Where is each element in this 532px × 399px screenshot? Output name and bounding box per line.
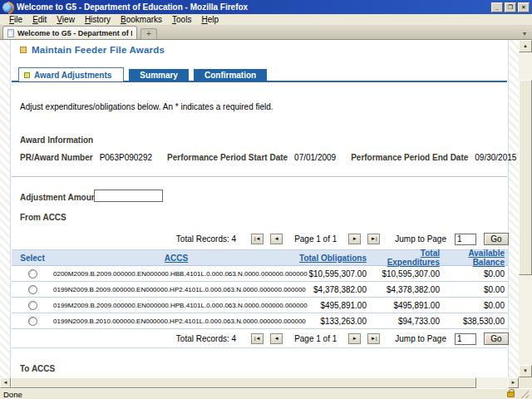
scrollbar-corner <box>519 377 532 388</box>
first-page-button[interactable]: |◄ <box>251 234 264 244</box>
total-expenditures-value: $495,891.00 <box>368 301 441 310</box>
pagination-bottom: Total Records: 4 |◄ ◄ Page 1 of 1 ► ►| J… <box>176 332 509 345</box>
jump-to-page-input[interactable] <box>455 234 476 245</box>
available-balance-value: $0.00 <box>441 269 506 278</box>
tab-confirmation-label: Confirmation <box>204 71 256 80</box>
from-accs-label: From ACCS <box>20 213 66 222</box>
scroll-down-icon[interactable]: ▼ <box>519 365 532 377</box>
tab-confirmation[interactable]: Confirmation <box>194 69 267 81</box>
jump-to-page-label: Jump to Page <box>395 234 446 244</box>
menu-view[interactable]: View <box>52 14 80 25</box>
adjustment-amount-label: Adjustment Amount <box>20 193 99 202</box>
menu-edit[interactable]: Edit <box>27 14 52 25</box>
total-records-text: Total Records: 4 <box>176 334 236 343</box>
browser-tabstrip: Welcome to G5 - Department of Edu... + ▾ <box>0 26 532 40</box>
column-header-total-expenditures[interactable]: Total Expenditures <box>387 249 440 267</box>
section-divider <box>12 176 507 177</box>
browser-tab-title: Welcome to G5 - Department of Edu... <box>17 29 132 37</box>
last-page-button[interactable]: ►| <box>367 234 380 244</box>
total-expenditures-value: $10,595,307.00 <box>368 269 441 278</box>
scroll-right-icon[interactable]: ► <box>508 377 519 388</box>
tab-summary-label: Summary <box>140 71 178 80</box>
vertical-scrollbar[interactable]: ▲ ▼ <box>519 40 532 377</box>
left-margin-stripe <box>0 40 11 377</box>
go-button[interactable]: Go <box>484 332 509 345</box>
pr-award-number-label: PR/Award Number <box>20 153 93 162</box>
statusbar: Done <box>0 388 532 399</box>
from-accs-table: Select ACCS Total Obligations Total Expe… <box>12 249 508 329</box>
page-title: Maintain Feeder File Awards <box>32 45 165 55</box>
resize-grip[interactable] <box>521 391 529 398</box>
page-indicator: Page 1 of 1 <box>294 234 337 244</box>
accs-radio[interactable] <box>28 285 37 294</box>
award-information-title: Award Information <box>20 135 93 145</box>
scroll-up-icon[interactable]: ▲ <box>519 40 532 52</box>
total-expenditures-value: $4,378,382.00 <box>368 285 441 294</box>
last-page-button[interactable]: ►| <box>367 333 380 344</box>
security-lock-icon[interactable] <box>507 392 515 397</box>
column-header-accs[interactable]: ACCS <box>165 254 188 263</box>
menu-file[interactable]: File <box>4 14 27 25</box>
firefox-icon <box>2 2 12 12</box>
accs-radio[interactable] <box>28 269 37 278</box>
total-expenditures-value: $94,733.00 <box>368 317 441 326</box>
minimize-button[interactable]: _ <box>491 2 503 12</box>
previous-page-button[interactable]: ◄ <box>270 333 283 344</box>
right-margin-stripe <box>508 40 519 377</box>
new-tab-button[interactable]: + <box>140 28 157 39</box>
available-balance-value: $0.00 <box>441 285 506 294</box>
available-balance-value: $38,530.00 <box>441 317 506 326</box>
accs-radio[interactable] <box>28 317 37 326</box>
go-button[interactable]: Go <box>484 233 509 245</box>
menu-tools[interactable]: Tools <box>167 14 196 25</box>
first-page-button[interactable]: |◄ <box>251 333 264 344</box>
menu-help[interactable]: Help <box>196 14 224 25</box>
browser-tab[interactable]: Welcome to G5 - Department of Edu... <box>2 26 137 39</box>
pr-award-number-value: P063P090292 <box>100 153 152 162</box>
next-page-button[interactable]: ► <box>348 234 361 244</box>
window-controls: _ ❐ ✕ <box>491 2 530 12</box>
vertical-scrollbar-thumb[interactable] <box>519 80 532 275</box>
menu-history[interactable]: History <box>80 14 116 25</box>
end-date-value: 09/30/2015 <box>475 153 516 162</box>
list-tabs-icon[interactable]: ▾ <box>523 30 530 39</box>
table-row: 0199N2009.B.2010.000000.EN000000.HP2.410… <box>12 313 508 329</box>
to-accs-label: To ACCS <box>20 364 55 373</box>
total-obligations-value: $495,891.00 <box>299 301 368 310</box>
accs-radio[interactable] <box>28 301 37 310</box>
start-date-value: 07/01/2009 <box>294 153 336 162</box>
previous-page-button[interactable]: ◄ <box>270 234 283 244</box>
section-square-icon <box>20 47 27 53</box>
window-title: Welcome to G5 - Department of Education … <box>17 2 491 12</box>
instruction-text: Adjust expenditures/obligations below. A… <box>20 102 273 111</box>
jump-to-page-input[interactable] <box>455 333 476 345</box>
total-records-text: Total Records: 4 <box>176 234 236 244</box>
total-obligations-value: $4,378,382.00 <box>299 285 368 294</box>
tab-award-adjustments-label: Award Adjustments <box>34 71 111 80</box>
horizontal-scrollbar-thumb[interactable] <box>11 377 476 388</box>
next-page-button[interactable]: ► <box>348 333 361 344</box>
column-header-select: Select <box>12 254 53 263</box>
tab-award-adjustments[interactable]: Award Adjustments <box>18 67 124 81</box>
scroll-left-icon[interactable]: ◄ <box>0 377 11 388</box>
table-row: 0199M2009.B.2009.000000.EN000000.HPB.410… <box>12 298 508 313</box>
horizontal-scrollbar[interactable]: ◄ ► <box>0 377 519 388</box>
menu-bookmarks[interactable]: Bookmarks <box>116 14 167 25</box>
column-header-total-obligations[interactable]: Total Obligations <box>299 254 367 263</box>
end-date-label: Performance Period End Date <box>351 153 468 162</box>
restore-button[interactable]: ❐ <box>505 2 516 12</box>
accs-value: 0199N2009.B.2010.000000.EN000000.HP2.410… <box>53 318 299 325</box>
total-obligations-value: $10,595,307.00 <box>299 269 368 278</box>
table-row: 0200M2009.B.2009.000000.EN000000.HBB.410… <box>12 266 508 282</box>
tab-summary[interactable]: Summary <box>129 69 189 81</box>
pagination-top: Total Records: 4 |◄ ◄ Page 1 of 1 ► ►| J… <box>176 233 509 245</box>
available-balance-value: $0.00 <box>441 301 506 310</box>
browser-window: Welcome to G5 - Department of Education … <box>0 0 532 399</box>
column-header-available-balance[interactable]: Available Balance <box>468 249 505 267</box>
jump-to-page-label: Jump to Page <box>395 334 446 343</box>
page-viewport: Maintain Feeder File Awards Award Adjust… <box>0 40 519 377</box>
table-row: 0199N2009.B.2009.000000.EN000000.HP2.410… <box>12 282 508 298</box>
page-tabs: Award Adjustments Summary Confirmation <box>18 67 267 81</box>
adjustment-amount-input[interactable] <box>94 190 163 202</box>
close-button[interactable]: ✕ <box>518 2 530 12</box>
